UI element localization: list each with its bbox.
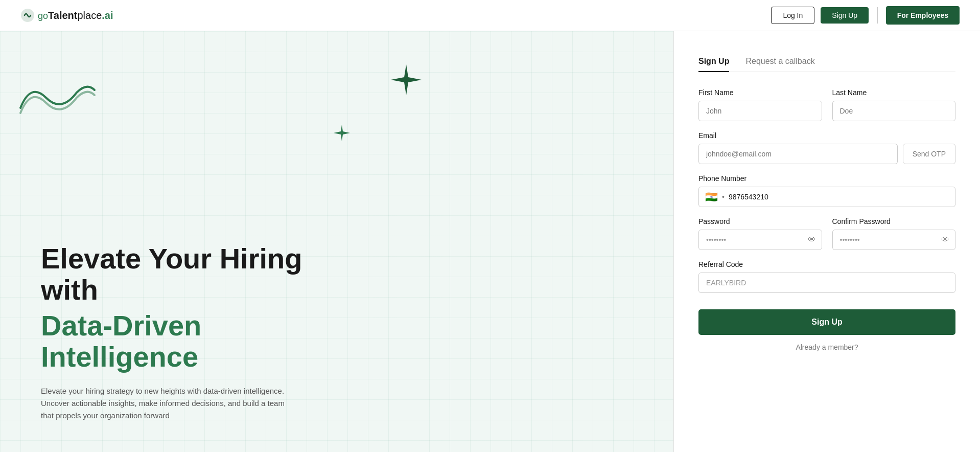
already-member-text: Already a member? bbox=[698, 343, 955, 351]
password-toggle-icon[interactable]: 👁 bbox=[808, 235, 816, 244]
phone-label: Phone Number bbox=[698, 174, 955, 183]
logo-go-text: go bbox=[38, 11, 48, 21]
tab-signup[interactable]: Sign Up bbox=[698, 52, 729, 72]
last-name-group: Last Name bbox=[832, 88, 956, 121]
last-name-input[interactable] bbox=[832, 101, 956, 121]
confirm-password-label: Confirm Password bbox=[832, 217, 956, 225]
referral-label: Referral Code bbox=[698, 260, 955, 268]
confirm-password-wrap: 👁 bbox=[832, 230, 956, 250]
for-employees-button[interactable]: For Employees bbox=[886, 6, 960, 25]
referral-group: Referral Code bbox=[698, 260, 955, 293]
tab-callback[interactable]: Request a callback bbox=[745, 52, 814, 72]
header-nav: Log In Sign Up For Employees bbox=[771, 6, 960, 25]
left-panel: Elevate Your Hiring with Data-Driven Int… bbox=[0, 31, 673, 452]
decorative-wave bbox=[15, 72, 97, 125]
hero-description: Elevate your hiring strategy to new heig… bbox=[41, 385, 296, 422]
main-content: Elevate Your Hiring with Data-Driven Int… bbox=[0, 31, 980, 452]
nav-divider bbox=[877, 7, 878, 24]
phone-input[interactable] bbox=[729, 187, 949, 207]
logo-ai-text: .ai bbox=[102, 10, 113, 21]
phone-separator: • bbox=[722, 193, 725, 201]
signup-submit-button[interactable]: Sign Up bbox=[698, 309, 955, 335]
email-group: Email Send OTP bbox=[698, 131, 955, 164]
first-name-input[interactable] bbox=[698, 101, 822, 121]
logo-icon bbox=[20, 8, 35, 22]
email-label: Email bbox=[698, 131, 955, 140]
password-row: Password 👁 Confirm Password 👁 bbox=[698, 217, 955, 250]
send-otp-button[interactable]: Send OTP bbox=[903, 144, 955, 164]
password-wrap: 👁 bbox=[698, 230, 822, 250]
login-button[interactable]: Log In bbox=[771, 7, 814, 24]
referral-input[interactable] bbox=[698, 273, 955, 293]
form-tabs: Sign Up Request a callback bbox=[698, 52, 955, 72]
hero-title-line1: Elevate Your Hiring with bbox=[41, 243, 347, 306]
decorative-star-small bbox=[332, 123, 352, 145]
hero-title-line2: Data-Driven Intelligence bbox=[41, 310, 347, 373]
email-row: Send OTP bbox=[698, 144, 955, 164]
phone-input-wrap: 🇮🇳 • bbox=[698, 187, 955, 207]
email-input[interactable] bbox=[698, 144, 898, 164]
signup-form: First Name Last Name Email Send OTP bbox=[698, 88, 955, 351]
hero-text-block: Elevate Your Hiring with Data-Driven Int… bbox=[41, 243, 347, 422]
star-large-svg bbox=[388, 62, 424, 98]
logo-place-text: place bbox=[77, 10, 102, 21]
phone-group: Phone Number 🇮🇳 • bbox=[698, 174, 955, 207]
password-label: Password bbox=[698, 217, 822, 225]
phone-flag-icon: 🇮🇳 bbox=[705, 191, 718, 203]
name-row: First Name Last Name bbox=[698, 88, 955, 121]
password-group: Password 👁 bbox=[698, 217, 822, 250]
first-name-label: First Name bbox=[698, 88, 822, 97]
confirm-password-toggle-icon[interactable]: 👁 bbox=[941, 235, 949, 244]
star-small-svg bbox=[332, 123, 352, 143]
decorative-star-large bbox=[388, 62, 424, 100]
logo[interactable]: goTalentplace.ai bbox=[20, 8, 113, 22]
password-input[interactable] bbox=[698, 230, 822, 250]
header: goTalentplace.ai Log In Sign Up For Empl… bbox=[0, 0, 980, 31]
wave-svg bbox=[15, 72, 97, 123]
confirm-password-input[interactable] bbox=[832, 230, 956, 250]
first-name-group: First Name bbox=[698, 88, 822, 121]
signup-nav-button[interactable]: Sign Up bbox=[821, 7, 869, 24]
last-name-label: Last Name bbox=[832, 88, 956, 97]
confirm-password-group: Confirm Password 👁 bbox=[832, 217, 956, 250]
right-panel: Sign Up Request a callback First Name La… bbox=[673, 31, 980, 452]
logo-talent-text: Talent bbox=[48, 10, 77, 21]
email-input-wrap bbox=[698, 144, 898, 164]
